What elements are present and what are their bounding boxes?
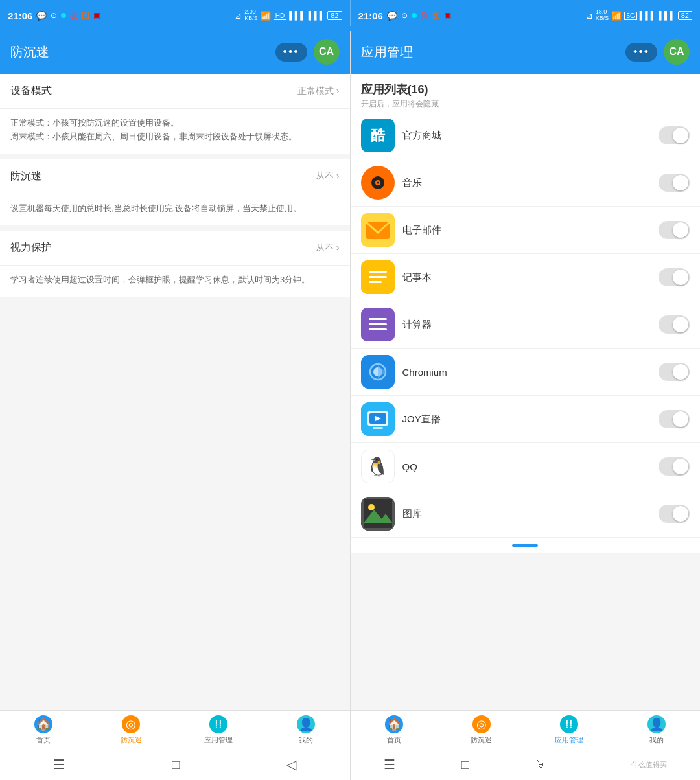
device-mode-value: 正常模式 › (298, 86, 340, 97)
right-signal2: ▌▌▌ (659, 11, 675, 20)
appmanage-icon: ⁞⁞ (209, 715, 228, 733)
anti-addiction-label: 防沉迷 (10, 170, 41, 183)
anti-icon: ◎ (122, 715, 140, 733)
toggle-music[interactable] (659, 174, 690, 192)
svg-rect-9 (369, 281, 382, 283)
left-teal-dot (61, 13, 66, 18)
right-me-icon: 👤 (648, 715, 666, 733)
svg-rect-22 (364, 499, 392, 528)
app-name-email: 电子邮件 (402, 224, 659, 236)
right-panel: 应用管理 ••• CA 应用列表(16) 开启后，应用将会隐藏 酷 官方商城 (350, 31, 701, 780)
right-menu-button[interactable]: ☰ (384, 757, 395, 772)
svg-rect-7 (369, 271, 387, 273)
svg-rect-8 (369, 276, 387, 278)
right-sys-nav-buttons: ☰ □ 🖰 什么值得买 (351, 749, 701, 780)
left-panel-content: 设备模式 正常模式 › 正常模式：小孩可按防沉迷的设置使用设备。 周末模式：小孩… (0, 74, 350, 710)
toggle-email[interactable] (659, 221, 690, 239)
left-nav-anti[interactable]: ◎ 防沉迷 (88, 711, 175, 749)
left-wechat-icon: 💬 (36, 11, 47, 21)
left-panel: 防沉迷 ••• CA 设备模式 正常模式 › 正常模式：小孩可按防沉迷的设置使用… (0, 31, 350, 780)
app-name-guanfang: 官方商城 (402, 130, 659, 142)
left-avatar-button[interactable]: CA (314, 39, 340, 65)
left-sys-nav-buttons: ☰ □ ◁ (0, 749, 350, 780)
anti-addiction-row[interactable]: 防沉迷 从不 › (0, 159, 350, 194)
home-icon: 🏠 (34, 715, 52, 733)
app-item-calc: 计算器 (351, 301, 701, 349)
right-avatar-button[interactable]: CA (664, 39, 690, 65)
right-app2-icon: ▣ (444, 11, 451, 20)
left-nav-anti-label: 防沉迷 (121, 735, 142, 745)
left-menu-button[interactable]: ☰ (53, 757, 65, 772)
svg-rect-12 (369, 323, 387, 325)
app-item-gallery: 图库 (351, 490, 701, 538)
app-name-notes: 记事本 (402, 271, 659, 284)
eye-protection-label: 视力保护 (10, 241, 52, 255)
left-wifi-icon: 📶 (261, 11, 271, 21)
app-name-chromium: Chromium (402, 367, 659, 378)
left-signal2: ▌▌▌ (309, 11, 325, 20)
left-home-button[interactable]: □ (172, 757, 180, 772)
toggle-gallery[interactable] (659, 505, 690, 523)
left-back-button[interactable]: ◁ (286, 757, 296, 772)
right-speed: 18.0KB/S (596, 9, 609, 22)
anti-addiction-value: 从不 › (316, 170, 340, 182)
left-bluetooth-icon: ⊿ (235, 11, 242, 21)
device-mode-row[interactable]: 设备模式 正常模式 › (0, 74, 350, 109)
scroll-indicator (512, 544, 538, 547)
right-nav-home[interactable]: 🏠 首页 (351, 711, 438, 749)
app-name-qq: QQ (402, 461, 659, 472)
left-app2-icon: ▣ (93, 11, 100, 20)
left-bottom-nav: 🏠 首页 ◎ 防沉迷 ⁞⁞ 应用管理 👤 我的 (0, 710, 350, 749)
svg-rect-20 (373, 427, 383, 429)
app-list-subtitle: 开启后，应用将会隐藏 (361, 98, 690, 109)
right-appmanage-icon: ⁞⁞ (560, 715, 578, 733)
left-weibo-icon: 微 (70, 10, 78, 21)
right-nav-anti-label: 防沉迷 (471, 735, 492, 745)
device-mode-section: 设备模式 正常模式 › 正常模式：小孩可按防沉迷的设置使用设备。 周末模式：小孩… (0, 74, 350, 154)
right-back-button[interactable]: 🖰 (535, 759, 546, 770)
left-nav-appmanage[interactable]: ⁞⁞ 应用管理 (175, 711, 262, 749)
right-bluetooth-icon: ⊿ (586, 11, 593, 21)
left-more-button[interactable]: ••• (275, 43, 307, 62)
app-item-notes: 记事本 (351, 254, 701, 301)
right-status: 21:06 💬 ⊙ 微 图 ▣ ⊿ 18.0KB/S 📶 5G ▌▌▌ ▌▌▌ … (351, 0, 701, 31)
toggle-chromium[interactable] (659, 363, 690, 381)
right-nav-me-label: 我的 (649, 735, 664, 745)
app-icon-joy (361, 402, 395, 436)
toggle-notes[interactable] (659, 268, 690, 286)
right-more-button[interactable]: ••• (625, 43, 657, 62)
right-5g-badge: 5G (624, 12, 636, 20)
right-nav-anti[interactable]: ◎ 防沉迷 (438, 711, 525, 749)
app-icon-chromium (361, 355, 395, 389)
app-item-qq: 🐧 QQ (351, 443, 701, 490)
right-nav-me[interactable]: 👤 我的 (612, 711, 700, 749)
left-sys-nav: ☰ □ ◁ (0, 749, 350, 780)
left-header: 防沉迷 ••• CA (0, 31, 350, 74)
right-sys-nav: ☰ □ 🖰 什么值得买 (351, 749, 701, 780)
app-icon-ku: 酷 (361, 119, 395, 152)
app-list-container: 酷 官方商城 音乐 电子邮件 (351, 112, 701, 710)
right-wechat-icon: 💬 (387, 11, 397, 21)
right-nav-appmanage[interactable]: ⁞⁞ 应用管理 (525, 711, 612, 749)
app-item-chromium: Chromium (351, 349, 701, 396)
left-app1-icon: 图 (82, 10, 89, 21)
toggle-calc[interactable] (659, 315, 690, 334)
right-home-button[interactable]: □ (461, 757, 469, 772)
left-nav-home[interactable]: 🏠 首页 (0, 711, 88, 749)
eye-protection-section: 视力保护 从不 › 学习者连续使用超过设置时间，会弹框护眼，提醒学习休息，默认时… (0, 231, 350, 297)
right-weibo-icon: 微 (421, 10, 428, 21)
toggle-guanfang[interactable] (659, 126, 690, 144)
app-icon-music (361, 166, 395, 200)
right-nav-appmanage-label: 应用管理 (555, 735, 583, 745)
toggle-joy[interactable] (659, 410, 690, 428)
eye-protection-row[interactable]: 视力保护 从不 › (0, 231, 350, 266)
device-mode-label: 设备模式 (10, 84, 52, 98)
left-nav-me[interactable]: 👤 我的 (262, 711, 350, 749)
status-bar: 21:06 💬 ⊙ 微 图 ▣ ⊿ 2.00KB/S 📶 HD ▌▌▌ ▌▌▌ … (0, 0, 700, 31)
svg-point-3 (377, 182, 379, 184)
right-app1-icon: 图 (432, 10, 440, 21)
app-name-joy: JOY直播 (402, 413, 659, 426)
left-nav-items: 🏠 首页 ◎ 防沉迷 ⁞⁞ 应用管理 👤 我的 (0, 711, 350, 749)
toggle-qq[interactable] (659, 457, 690, 476)
app-icon-gallery (361, 497, 395, 531)
